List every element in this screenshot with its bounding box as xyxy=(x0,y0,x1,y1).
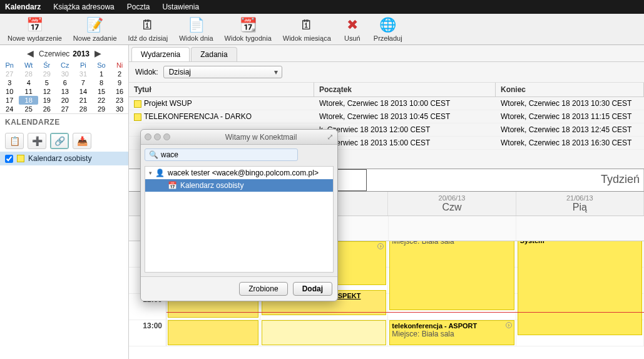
minical-day[interactable]: 27 xyxy=(56,105,74,113)
tool-week-view[interactable]: 📆Widok tygodnia xyxy=(220,15,277,43)
tool-month-view[interactable]: 🗓Widok miesiąca xyxy=(278,15,336,43)
minical-day[interactable]: 29 xyxy=(38,70,56,78)
minical-day[interactable]: 4 xyxy=(19,78,38,87)
col-start[interactable]: Początek xyxy=(314,83,496,96)
month-view-icon: 🗓 xyxy=(297,16,317,34)
tab-tasks[interactable]: Zadania xyxy=(191,47,237,61)
current-time-line xyxy=(166,312,644,313)
minical-day[interactable]: 10 xyxy=(0,87,19,96)
minical-day[interactable]: 28 xyxy=(19,70,38,78)
week-next[interactable]: Tydzień xyxy=(367,169,644,191)
minical-day[interactable]: 27 xyxy=(0,70,19,78)
tool-today[interactable]: 🗓Idź do dzisiaj xyxy=(123,15,173,43)
day-col-3[interactable]: 21/06/13Pią xyxy=(516,192,644,216)
tree-contact[interactable]: ▾ 👤 wacek tester <wacek@bingo.polcom.com… xyxy=(145,167,333,179)
minical-day[interactable]: 14 xyxy=(74,87,92,96)
filter-select[interactable]: Dzisiaj xyxy=(163,66,282,78)
minical-day[interactable]: 18 xyxy=(19,96,38,105)
minical-day[interactable]: 25 xyxy=(19,105,38,113)
minical: PnWtŚrCzPiSoNi 2728293031123456789101112… xyxy=(0,61,128,113)
menu-poczta[interactable]: Poczta xyxy=(127,3,150,11)
filter-label: Widok: xyxy=(135,68,158,76)
dialog-search-input[interactable] xyxy=(161,150,294,159)
dialog-done-button[interactable]: Zrobione xyxy=(239,282,287,296)
tree-collapse-icon[interactable]: ▾ xyxy=(149,170,152,176)
minical-day[interactable]: 29 xyxy=(92,105,111,113)
dialog-search[interactable]: 🔍 xyxy=(145,148,298,161)
minical-day[interactable]: 2 xyxy=(111,70,128,78)
day-col-2[interactable]: 20/06/13Czw xyxy=(388,192,516,216)
minical-day[interactable]: 17 xyxy=(0,96,19,105)
minical-day[interactable]: 20 xyxy=(56,96,74,105)
minical-day[interactable]: 23 xyxy=(111,96,128,105)
calendar-personal-checkbox[interactable] xyxy=(5,155,13,163)
minical-day[interactable]: 26 xyxy=(38,105,56,113)
event-more-icon-2[interactable]: › xyxy=(506,322,512,328)
minical-day[interactable]: 11 xyxy=(19,87,38,96)
sidebar: ◀ Czerwiec 2013 ▶ PnWtŚrCzPiSoNi 2728293… xyxy=(0,45,129,359)
event-asport[interactable]: telekonferencja - ASPORTMiejsce: Biała s… xyxy=(389,320,514,345)
event-grid-head: Tytuł Początek Koniec xyxy=(129,83,644,97)
dialog-tree: ▾ 👤 wacek tester <wacek@bingo.polcom.com… xyxy=(145,166,334,273)
col-end[interactable]: Koniec xyxy=(496,83,644,96)
minical-day[interactable]: 7 xyxy=(74,78,92,87)
delete-icon: ✖ xyxy=(342,16,362,34)
calendar-personal[interactable]: Kalendarz osobisty xyxy=(0,152,128,165)
minical-day[interactable]: 19 xyxy=(38,96,56,105)
cal-sub-icon[interactable]: 📥 xyxy=(73,133,91,149)
tool-reload[interactable]: 🌐Przeładuj xyxy=(369,15,407,43)
menu-kalendarz[interactable]: Kalendarz xyxy=(5,3,41,11)
calendar-view-icons: 📋 ➕ 🔗 📥 xyxy=(0,130,128,152)
minical-day[interactable]: 9 xyxy=(111,78,128,87)
tree-contact-label: wacek tester <wacek@bingo.polcom.com.pl> xyxy=(168,169,319,177)
tool-day-view[interactable]: 📄Widok dnia xyxy=(174,15,218,43)
dialog-add-button[interactable]: Dodaj xyxy=(293,282,332,296)
minical-day[interactable]: 15 xyxy=(92,87,111,96)
filter-row: Widok: Dzisiaj xyxy=(129,62,644,83)
tool-delete[interactable]: ✖Usuń xyxy=(337,15,367,43)
event-yellow-3[interactable] xyxy=(262,320,386,345)
dialog-titlebar[interactable]: Witamy w Konektmail ⤢ xyxy=(141,130,337,145)
minical-day[interactable]: 8 xyxy=(92,78,111,87)
event-yellow-2[interactable] xyxy=(168,320,258,345)
today-icon: 🗓 xyxy=(138,16,158,34)
close-dot[interactable] xyxy=(145,133,151,140)
tree-calendar-item[interactable]: 📅 Kalendarz osobisty xyxy=(145,179,333,192)
tool-new-event[interactable]: 📅Nowe wydarzenie xyxy=(3,15,67,43)
minical-next[interactable]: ▶ xyxy=(93,48,103,58)
minical-day[interactable]: 13 xyxy=(56,87,74,96)
minical-day[interactable]: 24 xyxy=(0,105,19,113)
minical-day[interactable]: 16 xyxy=(111,87,128,96)
max-dot[interactable] xyxy=(163,133,170,140)
toolbar: 📅Nowe wydarzenie 📝Nowe zadanie 🗓Idź do d… xyxy=(0,14,644,45)
minical-day[interactable]: 21 xyxy=(74,96,92,105)
expand-icon[interactable]: ⤢ xyxy=(327,132,334,142)
minical-day[interactable]: 3 xyxy=(0,78,19,87)
minical-day[interactable]: 30 xyxy=(56,70,74,78)
tool-new-task[interactable]: 📝Nowe zadanie xyxy=(68,15,122,43)
minical-day[interactable]: 30 xyxy=(111,105,128,113)
search-icon: 🔍 xyxy=(149,150,158,159)
minical-day[interactable]: 31 xyxy=(74,70,92,78)
event-row[interactable]: Projekt WSUPWtorek, Czerwiec 18 2013 10:… xyxy=(129,97,644,110)
cal-list-icon[interactable]: 📋 xyxy=(5,133,24,149)
min-dot[interactable] xyxy=(154,133,161,140)
tab-events[interactable]: Wydarzenia xyxy=(131,47,190,61)
hour-13: 13:00 xyxy=(129,320,166,346)
minical-day[interactable]: 1 xyxy=(92,70,111,78)
minical-day[interactable]: 28 xyxy=(74,105,92,113)
event-row[interactable]: TELEKONFERENCJA - DARKOWtorek, Czerwiec … xyxy=(129,110,644,123)
tabs: Wydarzenia Zadania xyxy=(129,45,644,62)
menu-ksiazka[interactable]: Książka adresowa xyxy=(53,3,114,11)
menu-ustawienia[interactable]: Ustawienia xyxy=(162,3,199,11)
col-title[interactable]: Tytuł xyxy=(129,83,314,96)
minical-prev[interactable]: ◀ xyxy=(26,48,35,58)
reload-icon: 🌐 xyxy=(378,16,398,34)
minical-day[interactable]: 12 xyxy=(38,87,56,96)
minical-day[interactable]: 5 xyxy=(38,78,56,87)
cal-share-icon[interactable]: 🔗 xyxy=(50,133,69,149)
minical-day[interactable]: 22 xyxy=(92,96,111,105)
tree-calendar-label: Kalendarz osobisty xyxy=(180,181,243,190)
minical-day[interactable]: 6 xyxy=(56,78,74,87)
cal-add-icon[interactable]: ➕ xyxy=(28,133,46,149)
